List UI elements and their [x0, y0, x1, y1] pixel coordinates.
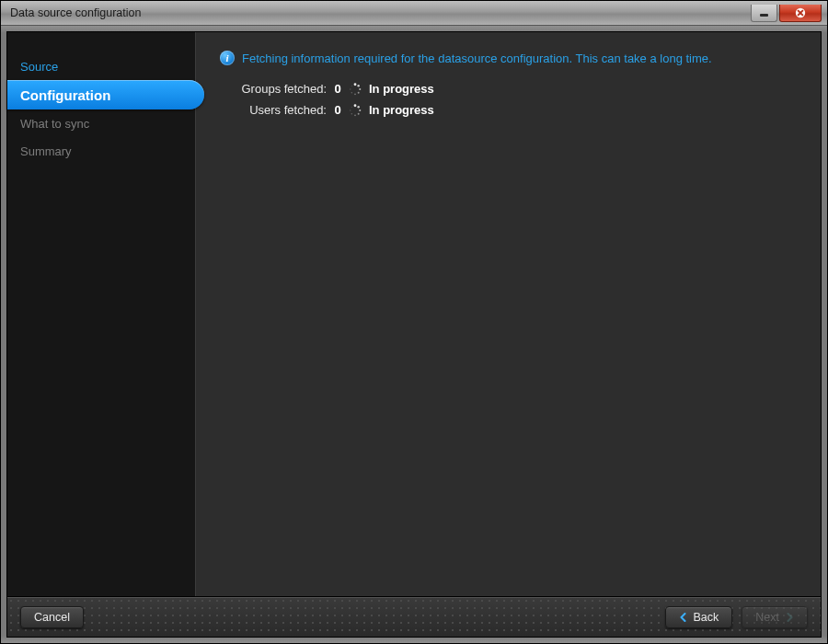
spinner-icon — [349, 104, 362, 117]
users-fetched-label: Users fetched: — [220, 103, 327, 117]
sidebar-item-summary[interactable]: Summary — [7, 137, 195, 165]
users-fetched-count: 0 — [327, 103, 349, 117]
button-label: Cancel — [34, 611, 70, 624]
status-grid: Groups fetched: 0 In progress Users fetc… — [220, 82, 802, 117]
sidebar-item-what-to-sync[interactable]: What to sync — [7, 109, 195, 137]
next-button: Next — [742, 606, 808, 628]
wizard-sidebar: Source Configuration What to sync Summar… — [7, 32, 196, 596]
body-area: Source Configuration What to sync Summar… — [7, 32, 821, 596]
button-label: Back — [694, 611, 719, 624]
users-fetched-state: In progress — [369, 103, 802, 117]
minimize-button[interactable] — [751, 5, 777, 22]
sidebar-item-label: Summary — [20, 144, 72, 158]
window-controls — [751, 5, 822, 22]
close-icon — [795, 7, 806, 18]
info-row: i Fetching information required for the … — [220, 51, 802, 65]
groups-fetched-label: Groups fetched: — [220, 82, 327, 96]
sidebar-item-label: What to sync — [20, 117, 89, 131]
info-message: Fetching information required for the da… — [242, 52, 712, 65]
sidebar-item-label: Source — [20, 60, 58, 74]
groups-fetched-count: 0 — [327, 82, 349, 96]
svg-point-9 — [354, 104, 357, 107]
svg-point-7 — [350, 88, 351, 89]
spinner-icon — [349, 83, 362, 96]
chevron-right-icon — [785, 613, 794, 622]
info-icon: i — [220, 51, 235, 65]
svg-point-16 — [351, 106, 352, 107]
svg-point-5 — [354, 93, 356, 95]
svg-point-13 — [354, 114, 356, 116]
close-button[interactable] — [779, 5, 822, 22]
titlebar[interactable]: Data source configuration — [1, 1, 827, 26]
chevron-left-icon — [679, 613, 688, 622]
svg-point-8 — [351, 85, 352, 86]
svg-point-1 — [354, 83, 357, 86]
svg-point-10 — [357, 106, 359, 108]
footer-right-buttons: Back Next — [665, 606, 809, 628]
groups-fetched-state: In progress — [369, 82, 802, 96]
svg-point-15 — [350, 109, 351, 110]
svg-point-11 — [359, 109, 361, 110]
main-panel: i Fetching information required for the … — [196, 32, 821, 596]
sidebar-item-label: Configuration — [20, 87, 110, 103]
sidebar-item-configuration[interactable]: Configuration — [7, 80, 204, 109]
cancel-button[interactable]: Cancel — [20, 606, 84, 628]
window-title: Data source configuration — [10, 6, 141, 19]
svg-point-2 — [357, 85, 359, 86]
window-chrome: Source Configuration What to sync Summar… — [1, 26, 827, 643]
window-inner: Source Configuration What to sync Summar… — [6, 31, 822, 638]
sidebar-item-source[interactable]: Source — [7, 52, 195, 80]
wizard-footer: Cancel Back Next — [7, 596, 821, 637]
svg-point-3 — [359, 87, 361, 89]
dialog-window: Data source configuration Source Configu… — [0, 0, 828, 644]
svg-point-4 — [358, 91, 360, 93]
button-label: Next — [755, 611, 779, 624]
svg-point-14 — [351, 112, 353, 114]
svg-point-12 — [358, 112, 360, 114]
back-button[interactable]: Back — [665, 606, 733, 628]
svg-point-6 — [351, 91, 353, 93]
